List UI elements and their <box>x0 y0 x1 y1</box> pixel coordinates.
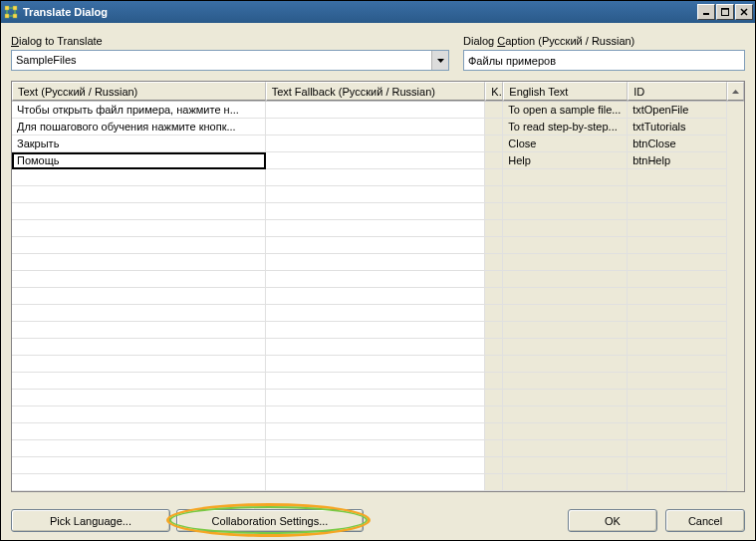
table-cell[interactable] <box>12 423 266 439</box>
table-cell[interactable] <box>266 390 486 406</box>
dropdown-button[interactable] <box>431 51 448 70</box>
table-cell[interactable] <box>266 322 486 338</box>
table-cell[interactable] <box>266 119 486 135</box>
table-cell[interactable] <box>266 288 486 304</box>
table-cell[interactable] <box>12 305 266 321</box>
table-cell[interactable] <box>12 169 266 185</box>
table-cell <box>485 305 503 321</box>
table-row[interactable] <box>12 390 727 406</box>
table-cell[interactable] <box>266 474 486 490</box>
table-cell[interactable] <box>266 406 486 422</box>
table-cell[interactable] <box>266 457 486 473</box>
table-row[interactable] <box>12 474 727 491</box>
table-row[interactable] <box>12 254 727 271</box>
table-cell: To read step-by-step... <box>503 119 628 135</box>
table-cell[interactable] <box>12 288 266 304</box>
table-row[interactable]: Чтобы открыть файл примера, нажмите н...… <box>12 102 727 119</box>
table-cell[interactable] <box>12 406 266 422</box>
table-cell[interactable]: Закрыть <box>12 135 266 151</box>
svg-rect-0 <box>5 6 9 10</box>
table-row[interactable]: ПомощьHelpbtnHelp <box>12 152 727 169</box>
table-cell[interactable] <box>266 356 486 372</box>
pick-language-button[interactable]: Pick Language... <box>11 509 170 532</box>
table-cell <box>628 373 727 389</box>
col-text[interactable]: Text (Русский / Russian) <box>12 82 266 101</box>
dialog-caption-input[interactable] <box>463 50 745 71</box>
table-cell[interactable] <box>266 102 486 118</box>
table-cell <box>485 186 503 202</box>
table-cell <box>485 423 503 439</box>
table-row[interactable] <box>12 373 727 390</box>
table-row[interactable] <box>12 169 727 186</box>
table-row[interactable]: Для пошагового обучения нажмите кнопк...… <box>12 119 727 135</box>
table-row[interactable] <box>12 203 727 220</box>
table-cell[interactable] <box>12 373 266 389</box>
table-row[interactable] <box>12 406 727 423</box>
table-cell[interactable] <box>266 220 486 236</box>
table-cell[interactable] <box>12 271 266 287</box>
svg-rect-2 <box>5 14 9 18</box>
table-cell[interactable] <box>266 271 486 287</box>
table-body: Чтобы открыть файл примера, нажмите н...… <box>12 102 727 491</box>
table-cell[interactable] <box>266 135 486 151</box>
table-cell[interactable] <box>12 339 266 355</box>
table-cell[interactable] <box>266 203 486 219</box>
table-row[interactable] <box>12 237 727 254</box>
maximize-button[interactable] <box>716 4 734 20</box>
table-row[interactable] <box>12 440 727 457</box>
table-header: Text (Русский / Russian) Text Fallback (… <box>12 82 744 102</box>
dialog-to-translate-dropdown[interactable]: SampleFiles <box>11 50 449 71</box>
table-cell[interactable] <box>12 356 266 372</box>
table-cell[interactable] <box>266 186 486 202</box>
table-row[interactable] <box>12 322 727 339</box>
table-cell[interactable] <box>266 440 486 456</box>
table-row[interactable] <box>12 423 727 440</box>
table-cell <box>503 339 628 355</box>
table-cell <box>485 322 503 338</box>
table-row[interactable] <box>12 220 727 237</box>
table-cell[interactable] <box>12 254 266 270</box>
table-cell[interactable] <box>12 203 266 219</box>
table-cell[interactable]: Для пошагового обучения нажмите кнопк... <box>12 119 266 135</box>
col-id[interactable]: ID <box>628 82 727 101</box>
table-cell <box>628 254 727 270</box>
col-k[interactable]: K.. <box>485 82 503 101</box>
table-cell[interactable] <box>12 237 266 253</box>
table-row[interactable]: ЗакрытьClosebtnClose <box>12 135 727 152</box>
cancel-button[interactable]: Cancel <box>665 509 745 532</box>
table-cell[interactable] <box>266 305 486 321</box>
table-cell[interactable] <box>12 322 266 338</box>
table-cell[interactable] <box>12 186 266 202</box>
table-cell[interactable] <box>266 254 486 270</box>
collaboration-settings-button[interactable]: Collaboration Settings... <box>176 509 364 532</box>
table-row[interactable] <box>12 457 727 474</box>
table-cell[interactable] <box>12 440 266 456</box>
scroll-up-button[interactable] <box>727 82 744 101</box>
table-cell[interactable] <box>266 373 486 389</box>
table-cell[interactable]: Помощь <box>12 152 266 169</box>
col-fallback[interactable]: Text Fallback (Русский / Russian) <box>266 82 486 101</box>
table-cell[interactable] <box>12 474 266 490</box>
table-cell[interactable] <box>12 220 266 236</box>
table-row[interactable] <box>12 305 727 322</box>
vertical-scrollbar[interactable] <box>727 102 744 491</box>
minimize-button[interactable] <box>697 4 715 20</box>
table-cell[interactable] <box>266 237 486 253</box>
table-row[interactable] <box>12 356 727 373</box>
table-cell[interactable]: Чтобы открыть файл примера, нажмите н... <box>12 102 266 118</box>
table-cell[interactable] <box>12 457 266 473</box>
col-english[interactable]: English Text <box>503 82 628 101</box>
table-cell <box>628 356 727 372</box>
table-row[interactable] <box>12 271 727 288</box>
table-cell[interactable] <box>266 423 486 439</box>
table-row[interactable] <box>12 339 727 356</box>
table-cell[interactable] <box>266 169 486 185</box>
table-cell[interactable] <box>266 152 486 168</box>
table-row[interactable] <box>12 186 727 203</box>
table-cell[interactable] <box>266 339 486 355</box>
table-cell <box>503 237 628 253</box>
table-cell[interactable] <box>12 390 266 406</box>
table-row[interactable] <box>12 288 727 305</box>
ok-button[interactable]: OK <box>568 509 657 532</box>
close-button[interactable] <box>735 4 753 20</box>
